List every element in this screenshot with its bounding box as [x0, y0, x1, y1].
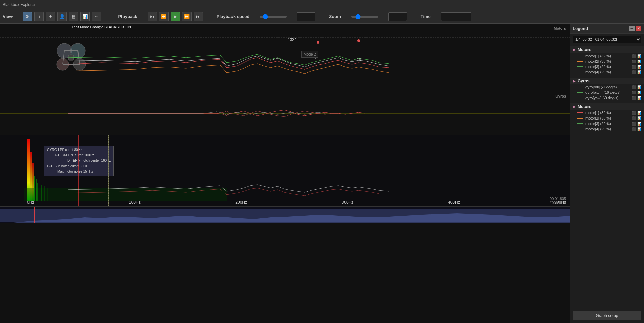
legend-close-button[interactable]: ✕ [636, 26, 641, 31]
legend-item-motor2-2: motor[2] (38 %) ⬛ 📊 [570, 115, 644, 121]
spectrum-x-axis: 0Hz 100Hz 200Hz 300Hz 400Hz 500Hz [24, 200, 570, 205]
drone-view-button[interactable]: ✈ [46, 12, 55, 21]
legend-item-motor4-1: motor[4] (29 %) ⬛ 📊 [570, 69, 644, 75]
legend-motor3-2-icons[interactable]: ⬛ 📊 [632, 122, 641, 126]
zoom-slider[interactable] [351, 16, 378, 18]
legend-motor1-2-icons[interactable]: ⬛ 📊 [632, 111, 641, 115]
chart-timestamp: 00:01.805 #0004819 [550, 197, 566, 205]
legend-item-motor3-1: motor[3] (22 %) ⬛ 📊 [570, 64, 644, 69]
legend-motor4-1-icons[interactable]: ⬛ 📊 [632, 70, 641, 74]
playback-speed-label: Playback speed [217, 14, 250, 19]
motors-chart[interactable]: Motors Flight Mode Change|BLACKBOX ON [0, 24, 570, 91]
legend-item-gyro-yaw: gyro[yaw] (-9 deg/s) ⬛ 📊 [570, 95, 644, 101]
legend-spacer [570, 133, 644, 308]
annotation-line-1 [68, 135, 68, 206]
svg-rect-20 [47, 188, 48, 201]
legend-section-gyros: ▶ Gyros gyro[roll] (-1 deg/s) ⬛ 📊 gyro[p… [570, 78, 644, 101]
time-label: Time [421, 14, 431, 19]
spectrum-annotation-box: GYRO LPF cutoff 80Hz D-TERM LPF cutoff 1… [44, 146, 114, 176]
settings-button[interactable]: ⚙ [23, 12, 32, 21]
view-buttons: ⚙ ℹ ✈ 👤 ▦ 📊 ✏ [23, 12, 101, 21]
legend-section-motors-2: ▶ Motors motor[1] (32 %) ⬛ 📊 motor[2] (3… [570, 103, 644, 132]
annotation-line-3 [108, 135, 109, 206]
legend-item-motor4-2: motor[4] (29 %) ⬛ 📊 [570, 126, 644, 132]
legend-motor2-1-text: motor[2] (38 %) [585, 59, 611, 63]
svg-rect-12 [30, 152, 32, 201]
legend-range-dropdown[interactable]: 1/4: 00:32 - 01:04 [00:32] [573, 36, 641, 43]
legend-motor1-1-icons[interactable]: ⬛ 📊 [632, 54, 641, 58]
annotation-dterm-notch-center: D-TERM notch center 160Hz [67, 158, 111, 164]
legend-gyro-yaw-color [577, 98, 583, 98]
legend-item-motor3-2: motor[3] (22 %) ⬛ 📊 [570, 121, 644, 126]
skip-to-start-button[interactable]: ⏮ [148, 12, 157, 21]
legend-item-motor1-1: motor[1] (32 %) ⬛ 📊 [570, 53, 644, 59]
app-title: Blackbox Explorer [3, 2, 36, 7]
chart-value-1: 1 [315, 58, 317, 62]
legend-motor1-1-color [577, 56, 583, 56]
playback-controls: ⏮ ⏪ ▶ ⏩ ⏭ [148, 12, 203, 21]
chart-value-1324: 1324 [288, 37, 297, 42]
legend-motor2-2-color [577, 118, 583, 119]
playback-speed-input[interactable]: 15% [297, 12, 315, 21]
annotation-gyro-lpf: GYRO LPF cutoff 80Hz [47, 147, 111, 153]
time-display: 00:01.805 [550, 197, 566, 201]
overview-position-marker [34, 207, 35, 223]
legend-motor2-1-icons[interactable]: ⬛ 📊 [632, 60, 641, 63]
annotation-max-motor-noise: Max motor noise 15THz [57, 169, 111, 174]
grid-line-2 [0, 51, 570, 51]
overview-bar[interactable] [0, 207, 570, 223]
legend-motor3-1-text: motor[3] (22 %) [585, 65, 611, 69]
legend-gyro-roll-color [577, 87, 583, 87]
legend-motor4-2-icons[interactable]: ⬛ 📊 [632, 127, 641, 131]
person-view-button[interactable]: 👤 [57, 12, 67, 21]
svg-rect-15 [34, 176, 35, 201]
graph-setup-button[interactable]: Graph setup [573, 311, 641, 320]
legend-item-gyro-pitch: gyro[pitch] (16 deg/s) ⬛ 📊 [570, 90, 644, 95]
legend-gyro-roll-text: gyro[roll] (-1 deg/s) [585, 85, 617, 89]
legend-header: Legend ─ ✕ [570, 24, 644, 34]
view-label: View [3, 14, 13, 19]
legend-gyro-pitch-icons[interactable]: ⬛ 📊 [632, 91, 641, 94]
legend-gyro-pitch-text: gyro[pitch] (16 deg/s) [585, 90, 620, 94]
spectrum-red-marker [78, 135, 79, 206]
pencil-button[interactable]: ✏ [92, 12, 101, 21]
legend-motor1-2-color [577, 112, 583, 113]
grid-line-1 [0, 37, 570, 38]
legend-motor2-1-color [577, 61, 583, 62]
zoom-input[interactable]: 20% [388, 12, 407, 21]
step-forward-button[interactable]: ⏩ [182, 12, 192, 21]
freq-400hz: 400Hz [448, 200, 460, 205]
gyros-cursor-blue [68, 91, 68, 135]
legend-motors-1-icon: ▶ [573, 47, 576, 52]
time-input[interactable]: 00:01.805 [441, 12, 471, 21]
legend-motors-1-label: Motors [578, 47, 591, 52]
legend-motors-2-icon: ▶ [573, 104, 576, 109]
info-button[interactable]: ℹ [34, 12, 44, 21]
legend-gyro-roll-icons[interactable]: ⬛ 📊 [632, 85, 641, 89]
legend-motor3-1-icons[interactable]: ⬛ 📊 [632, 65, 641, 69]
chart-view-button[interactable]: 📊 [80, 12, 90, 21]
legend-motor1-2-text: motor[1] (32 %) [585, 111, 611, 115]
toolbar: View ⚙ ℹ ✈ 👤 ▦ 📊 ✏ Playback ⏮ ⏪ ▶ ⏩ ⏭ Pl… [0, 9, 644, 24]
legend-item-motor1-2: motor[1] (32 %) ⬛ 📊 [570, 110, 644, 115]
svg-rect-14 [24, 188, 227, 201]
legend-motor4-1-text: motor[4] (29 %) [585, 70, 611, 74]
legend-gyro-yaw-icons[interactable]: ⬛ 📊 [632, 96, 641, 100]
table-view-button[interactable]: ▦ [69, 12, 78, 21]
legend-gyros-label: Gyros [578, 79, 590, 83]
motors-chart-label: Motors [554, 26, 566, 30]
play-button[interactable]: ▶ [171, 12, 180, 21]
svg-rect-13 [32, 163, 34, 201]
app-top-bar: Blackbox Explorer [0, 0, 644, 9]
gyros-chart[interactable]: Gyros [0, 91, 570, 135]
step-back-button[interactable]: ⏪ [159, 12, 169, 21]
legend-window-controls: ─ ✕ [629, 26, 641, 31]
spectrum-chart[interactable]: GYRO LPF cutoff 80Hz D-TERM LPF cutoff 1… [0, 135, 570, 207]
legend-item-gyro-roll: gyro[roll] (-1 deg/s) ⬛ 📊 [570, 84, 644, 90]
legend-motor2-2-icons[interactable]: ⬛ 📊 [632, 116, 641, 120]
playback-speed-slider[interactable] [260, 16, 287, 18]
skip-to-end-button[interactable]: ⏭ [194, 12, 203, 21]
svg-rect-19 [44, 186, 45, 201]
chart-area[interactable]: Motors Flight Mode Change|BLACKBOX ON [0, 24, 570, 323]
legend-minimize-button[interactable]: ─ [629, 26, 635, 31]
